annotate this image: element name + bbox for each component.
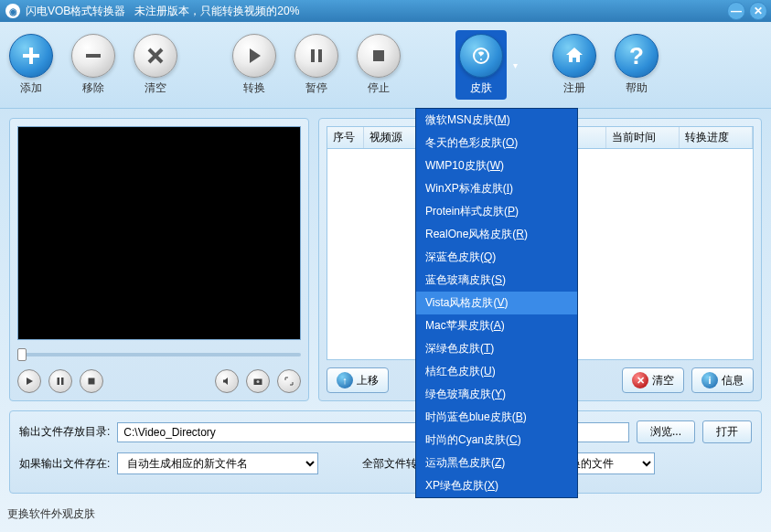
media-controls (17, 369, 301, 393)
skin-dropdown-menu: 微软MSN皮肤(M)冬天的色彩皮肤(O)WMP10皮肤(W)WinXP标准皮肤(… (415, 108, 578, 498)
clear-button[interactable]: 清空 (134, 34, 177, 96)
media-volume-button[interactable] (215, 369, 239, 393)
skin-menu-item[interactable]: XP绿色皮肤(X) (416, 474, 577, 497)
skin-menu-item[interactable]: 运动黑色皮肤(Z) (416, 452, 577, 474)
col-progress[interactable]: 转换进度 (680, 127, 753, 148)
skin-menu-item[interactable]: 冬天的色彩皮肤(O) (416, 132, 577, 154)
move-up-button[interactable]: ↑上移 (327, 367, 389, 393)
list-clear-button[interactable]: ✕清空 (622, 367, 684, 393)
stop-button[interactable]: 停止 (357, 34, 401, 96)
status-bar: 更换软件外观皮肤 (0, 503, 771, 526)
skin-menu-item[interactable]: Mac苹果皮肤(A) (416, 314, 577, 337)
arrow-up-icon: ↑ (337, 372, 353, 388)
media-snapshot-button[interactable] (246, 369, 270, 393)
skin-menu-item[interactable]: RealOne风格皮肤(R) (416, 223, 577, 246)
chevron-down-icon[interactable]: ▾ (513, 60, 518, 70)
app-title: 闪电VOB格式转换器 (26, 4, 125, 19)
skin-menu-item[interactable]: 时尚蓝色blue皮肤(B) (416, 406, 577, 429)
svg-rect-7 (61, 378, 64, 385)
remove-button[interactable]: 移除 (71, 34, 115, 96)
main-area: 序号 视频源 当前时间 转换进度 ↑上移 ✕清空 i信息 (0, 109, 771, 410)
svg-rect-0 (86, 54, 101, 58)
info-icon: i (701, 372, 718, 388)
svg-rect-6 (58, 378, 60, 385)
skin-menu-item[interactable]: 桔红色皮肤(U) (416, 360, 577, 383)
pause-icon (305, 45, 327, 67)
register-button[interactable]: 注册 (552, 34, 596, 96)
x-icon (145, 45, 166, 67)
skin-menu-item[interactable]: 时尚的Cyan皮肤(C) (416, 429, 577, 452)
skin-icon (470, 45, 492, 67)
app-subtitle: 未注册版本，只能转换视频的20% (134, 4, 299, 19)
skin-menu-item[interactable]: Vista风格皮肤(V) (416, 292, 577, 314)
pause-button[interactable]: 暂停 (294, 34, 338, 96)
add-button[interactable]: 添加 (9, 34, 53, 96)
browse-button[interactable]: 浏览... (637, 420, 695, 443)
skin-button-group: 皮肤 ▾ (455, 30, 507, 100)
skin-menu-item[interactable]: WMP10皮肤(W) (416, 154, 577, 177)
info-button[interactable]: i信息 (691, 367, 754, 393)
expand-icon (284, 376, 294, 387)
preview-panel (9, 118, 309, 401)
play-icon (243, 45, 265, 67)
svg-rect-3 (373, 50, 384, 61)
media-pause-button[interactable] (48, 369, 72, 393)
minus-icon (82, 45, 104, 67)
svg-rect-8 (89, 378, 95, 385)
skin-menu-item[interactable]: 蓝色玻璃皮肤(S) (416, 269, 577, 292)
seek-slider[interactable] (17, 346, 301, 364)
x-icon: ✕ (632, 372, 648, 388)
convert-button[interactable]: 转换 (232, 34, 276, 96)
stop-icon (86, 376, 97, 387)
svg-point-5 (480, 59, 482, 60)
slider-thumb[interactable] (17, 348, 27, 361)
pause-icon (55, 376, 66, 387)
output-panel: 输出文件存放目录: 浏览... 打开 如果输出文件存在: 自动生成相应的新文件名… (9, 410, 762, 494)
close-button[interactable]: ✕ (749, 2, 767, 20)
play-icon (24, 376, 35, 387)
svg-point-10 (257, 380, 260, 383)
skin-menu-item[interactable]: 微软MSN皮肤(M) (416, 109, 577, 132)
if-exists-label: 如果输出文件存在: (19, 456, 110, 472)
media-play-button[interactable] (17, 369, 41, 393)
skin-menu-item[interactable]: Protein样式皮肤(P) (416, 200, 577, 223)
skin-menu-item[interactable]: 深蓝色皮肤(Q) (416, 246, 577, 269)
camera-icon (252, 376, 263, 387)
app-logo: ◉ (5, 4, 20, 18)
help-button[interactable]: ? 帮助 (615, 34, 659, 96)
question-icon: ? (629, 42, 644, 70)
svg-rect-1 (311, 49, 315, 62)
stop-icon (368, 45, 390, 67)
skin-menu-item[interactable]: WinXP标准皮肤(I) (416, 177, 577, 200)
col-index[interactable]: 序号 (327, 127, 364, 148)
toolbar: 添加 移除 清空 转换 暂停 停止 皮肤 ▾ 注册 ? 帮助 (0, 22, 771, 109)
titlebar: ◉ 闪电VOB格式转换器 未注册版本，只能转换视频的20% — ✕ (0, 0, 771, 22)
if-exists-select[interactable]: 自动生成相应的新文件名 (117, 452, 318, 474)
col-time[interactable]: 当前时间 (606, 127, 680, 148)
minimize-button[interactable]: — (727, 2, 745, 20)
svg-rect-2 (318, 49, 322, 62)
skin-menu-item[interactable]: 深绿色皮肤(T) (416, 337, 577, 360)
skin-button[interactable]: 皮肤 (459, 34, 503, 96)
col-source[interactable]: 视频源 (364, 127, 419, 148)
skin-menu-item[interactable]: 绿色玻璃皮肤(Y) (416, 383, 577, 406)
open-button[interactable]: 打开 (702, 420, 752, 443)
plus-icon (20, 45, 42, 67)
video-preview (17, 126, 301, 340)
volume-icon (221, 376, 232, 387)
home-icon (563, 45, 585, 67)
media-stop-button[interactable] (80, 369, 103, 393)
media-fullscreen-button[interactable] (277, 369, 301, 393)
output-dir-label: 输出文件存放目录: (19, 424, 110, 440)
